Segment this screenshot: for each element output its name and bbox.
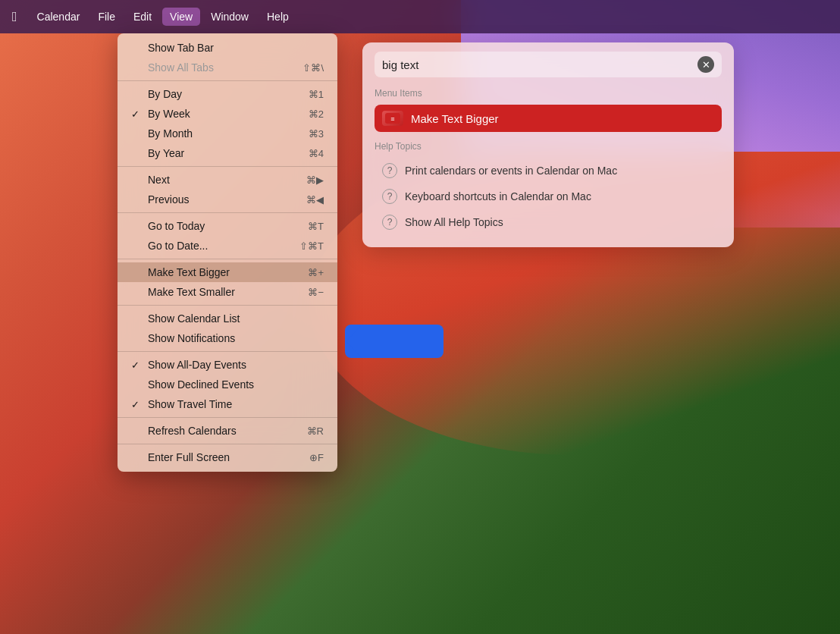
menu-item-make-text-smaller[interactable]: Make Text Smaller ⌘− (118, 282, 337, 302)
help-topic-label-all-help: Show All Help Topics (405, 216, 503, 228)
shortcut-make-text-smaller: ⌘− (308, 287, 324, 298)
menu-item-show-tab-bar[interactable]: Show Tab Bar (118, 38, 337, 58)
shortcut-next: ⌘▶ (306, 174, 324, 186)
label-show-all-tabs: Show All Tabs (148, 61, 214, 74)
menu-item-show-calendar-list[interactable]: Show Calendar List (118, 309, 337, 328)
separator-8 (118, 444, 337, 444)
label-show-declined: Show Declined Events (148, 378, 254, 391)
help-search-panel: big text ✕ Menu Items ≡ Make Text Bigger… (362, 42, 734, 247)
menu-item-show-all-tabs[interactable]: Show All Tabs ⇧⌘\ (118, 58, 337, 77)
menu-item-show-notifications[interactable]: Show Notifications (118, 328, 337, 348)
menu-item-previous[interactable]: Previous ⌘◀ (118, 190, 337, 209)
apple-menu[interactable]:  (12, 9, 17, 25)
result-icon-make-text-bigger: ≡ (382, 111, 403, 126)
help-icon-all-help: ? (382, 215, 397, 230)
menu-item-show-declined[interactable]: Show Declined Events (118, 375, 337, 394)
search-close-button[interactable]: ✕ (697, 56, 714, 73)
shortcut-refresh: ⌘R (307, 425, 324, 437)
label-go-to-today: Go to Today (148, 220, 205, 232)
label-by-year: By Year (148, 147, 184, 159)
label-previous: Previous (148, 193, 189, 206)
menu-item-show-all-day[interactable]: ✓ Show All-Day Events (118, 355, 337, 375)
menu-item-refresh[interactable]: Refresh Calendars ⌘R (118, 421, 337, 441)
shortcut-show-all-tabs: ⇧⌘\ (302, 62, 324, 74)
label-show-tab-bar: Show Tab Bar (148, 42, 214, 54)
menu-item-go-to-today[interactable]: Go to Today ⌘T (118, 216, 337, 236)
menubar-window[interactable]: Window (203, 8, 256, 26)
label-show-travel: Show Travel Time (148, 398, 232, 410)
shortcut-by-month: ⌘3 (309, 128, 324, 140)
label-next: Next (148, 174, 170, 186)
svg-text:≡: ≡ (390, 115, 394, 123)
menu-item-go-to-date[interactable]: Go to Date... ⇧⌘T (118, 236, 337, 256)
menu-item-by-week[interactable]: ✓ By Week ⌘2 (118, 104, 337, 124)
menu-item-by-day[interactable]: By Day ⌘1 (118, 84, 337, 104)
search-input-value[interactable]: big text (382, 58, 697, 71)
separator-3 (118, 212, 337, 213)
label-by-week: By Week (148, 108, 190, 120)
label-make-text-smaller: Make Text Smaller (148, 286, 235, 298)
label-show-notifications: Show Notifications (148, 332, 235, 344)
result-label-make-text-bigger: Make Text Bigger (411, 112, 499, 125)
label-make-text-bigger: Make Text Bigger (148, 266, 230, 278)
shortcut-previous: ⌘◀ (306, 194, 324, 206)
menu-item-full-screen[interactable]: Enter Full Screen ⊕F (118, 447, 337, 467)
help-topic-show-all-help[interactable]: ? Show All Help Topics (375, 209, 722, 235)
separator-7 (118, 417, 337, 418)
help-topic-label-print: Print calendars or events in Calendar on… (405, 165, 617, 177)
arrow-shape (345, 325, 444, 358)
view-dropdown-menu: Show Tab Bar Show All Tabs ⇧⌘\ By Day ⌘1… (118, 33, 337, 472)
shortcut-by-year: ⌘4 (309, 148, 324, 159)
check-by-week: ✓ (131, 108, 143, 120)
section-help-topics-label: Help Topics (375, 141, 722, 152)
check-show-travel: ✓ (131, 399, 143, 410)
help-topic-print-calendars[interactable]: ? Print calendars or events in Calendar … (375, 158, 722, 184)
shortcut-by-day: ⌘1 (309, 89, 324, 100)
help-topic-keyboard-shortcuts[interactable]: ? Keyboard shortcuts in Calendar on Mac (375, 184, 722, 209)
menubar-view[interactable]: View (162, 8, 200, 26)
help-icon-keyboard: ? (382, 189, 397, 204)
menu-item-by-month[interactable]: By Month ⌘3 (118, 124, 337, 143)
menubar-help[interactable]: Help (259, 8, 296, 26)
result-make-text-bigger[interactable]: ≡ Make Text Bigger (375, 105, 722, 132)
menubar:  Calendar File Edit View Window Help (0, 0, 840, 33)
label-refresh: Refresh Calendars (148, 425, 237, 437)
arrow-pointer (345, 325, 444, 358)
separator-5 (118, 305, 337, 306)
menu-item-show-travel[interactable]: ✓ Show Travel Time (118, 394, 337, 414)
menu-item-by-year[interactable]: By Year ⌘4 (118, 143, 337, 163)
menu-item-make-text-bigger[interactable]: Make Text Bigger ⌘+ (118, 262, 337, 282)
separator-1 (118, 80, 337, 81)
menu-item-next[interactable]: Next ⌘▶ (118, 170, 337, 190)
shortcut-full-screen: ⊕F (309, 452, 324, 463)
label-by-month: By Month (148, 127, 193, 140)
shortcut-make-text-bigger: ⌘+ (308, 267, 324, 278)
separator-2 (118, 166, 337, 167)
shortcut-go-to-today: ⌘T (308, 221, 324, 232)
label-show-all-day: Show All-Day Events (148, 359, 246, 371)
shortcut-by-week: ⌘2 (309, 108, 324, 120)
separator-4 (118, 259, 337, 259)
shortcut-go-to-date: ⇧⌘T (299, 240, 324, 252)
label-by-day: By Day (148, 88, 182, 100)
separator-6 (118, 351, 337, 352)
label-go-to-date: Go to Date... (148, 240, 208, 252)
label-full-screen: Enter Full Screen (148, 451, 230, 463)
menubar-file[interactable]: File (90, 8, 123, 26)
label-show-calendar-list: Show Calendar List (148, 312, 240, 325)
check-show-all-day: ✓ (131, 359, 143, 371)
help-topic-label-keyboard: Keyboard shortcuts in Calendar on Mac (405, 190, 591, 202)
menubar-calendar[interactable]: Calendar (30, 8, 88, 26)
section-menu-items-label: Menu Items (375, 88, 722, 99)
menubar-edit[interactable]: Edit (126, 8, 159, 26)
help-icon-print: ? (382, 163, 397, 178)
search-bar: big text ✕ (375, 52, 722, 77)
